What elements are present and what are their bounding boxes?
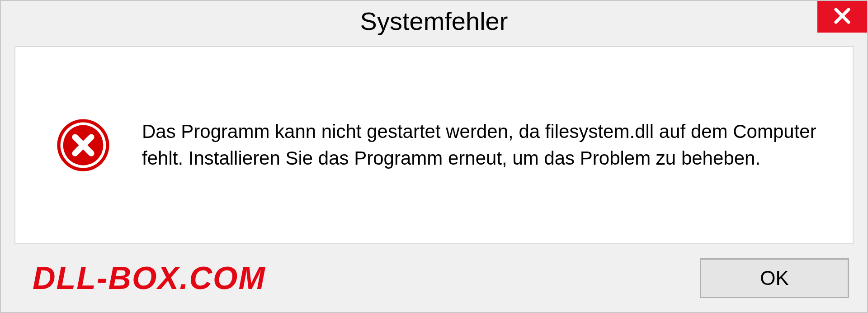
dialog-title: Systemfehler — [360, 6, 508, 36]
watermark-text: DLL-BOX.COM — [33, 260, 266, 296]
title-bar: Systemfehler — [1, 1, 867, 41]
content-area: Das Programm kann nicht gestartet werden… — [14, 46, 854, 244]
close-icon — [831, 5, 853, 28]
close-button[interactable] — [817, 1, 867, 33]
error-dialog: Systemfehler Das Programm kann nicht ges… — [0, 0, 868, 313]
ok-button[interactable]: OK — [700, 258, 849, 298]
dialog-footer: DLL-BOX.COM OK — [1, 244, 867, 312]
error-message: Das Programm kann nicht gestartet werden… — [142, 119, 826, 172]
error-icon — [56, 118, 110, 172]
